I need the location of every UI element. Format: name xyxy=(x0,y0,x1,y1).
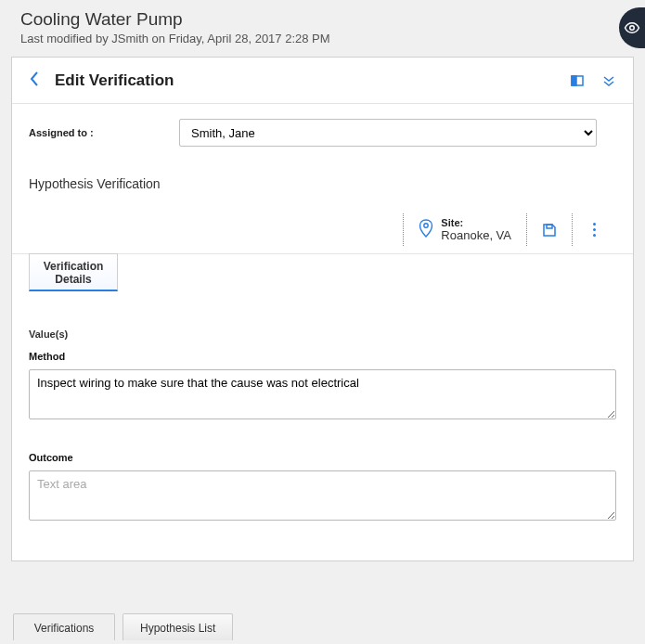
save-icon xyxy=(542,223,557,238)
collapse-button[interactable] xyxy=(601,73,616,88)
double-chevron-down-icon xyxy=(602,74,615,87)
subtab-label-1: Verification xyxy=(43,260,104,273)
footer-tabs: Verifications Hypothesis List xyxy=(13,613,233,640)
edit-verification-card: Edit Verification Assigned to : xyxy=(11,57,634,561)
tab-verifications[interactable]: Verifications xyxy=(13,613,115,640)
save-block xyxy=(526,213,573,246)
meta-row: Site: Roanoke, VA xyxy=(12,210,633,254)
method-textarea[interactable]: Inspect wiring to make sure that the cau… xyxy=(29,369,616,419)
modified-line: Last modified by JSmith on Friday, April… xyxy=(20,32,636,45)
card-title: Edit Verification xyxy=(55,71,570,90)
assigned-label: Assigned to : xyxy=(29,127,179,138)
card-header: Edit Verification xyxy=(12,58,633,104)
svg-point-0 xyxy=(630,26,635,31)
method-label: Method xyxy=(29,351,616,362)
outcome-textarea[interactable] xyxy=(29,470,616,521)
site-label: Site: xyxy=(441,217,511,228)
section-title: Hypothesis Verification xyxy=(12,169,633,210)
form-body: Value(s) Method Inspect wiring to make s… xyxy=(12,291,633,560)
site-value: Roanoke, VA xyxy=(441,228,511,242)
assigned-row: Assigned to : Smith, Jane xyxy=(12,104,633,169)
dot-icon xyxy=(593,234,596,237)
save-button[interactable] xyxy=(542,223,557,238)
dot-icon xyxy=(593,223,596,225)
svg-rect-4 xyxy=(547,225,552,228)
location-icon xyxy=(419,219,433,240)
chevron-left-icon xyxy=(29,71,40,87)
site-block: Site: Roanoke, VA xyxy=(403,213,526,246)
page-title: Cooling Water Pump xyxy=(20,9,636,30)
more-block xyxy=(573,213,616,246)
back-button[interactable] xyxy=(29,71,40,90)
panel-icon xyxy=(571,75,584,86)
subtab-row: Verification Details xyxy=(12,254,633,291)
tab-verification-details[interactable]: Verification Details xyxy=(29,253,118,291)
eye-icon xyxy=(624,19,640,36)
values-label: Value(s) xyxy=(29,328,616,340)
assigned-to-select[interactable]: Smith, Jane xyxy=(179,119,597,147)
svg-point-3 xyxy=(424,224,428,227)
window-icon[interactable] xyxy=(570,73,585,88)
subtab-label-2: Details xyxy=(43,273,104,286)
outcome-label: Outcome xyxy=(29,452,616,463)
dot-icon xyxy=(593,228,596,231)
tab-hypothesis-list[interactable]: Hypothesis List xyxy=(123,613,233,640)
svg-rect-2 xyxy=(572,76,576,85)
more-menu[interactable] xyxy=(587,223,601,237)
